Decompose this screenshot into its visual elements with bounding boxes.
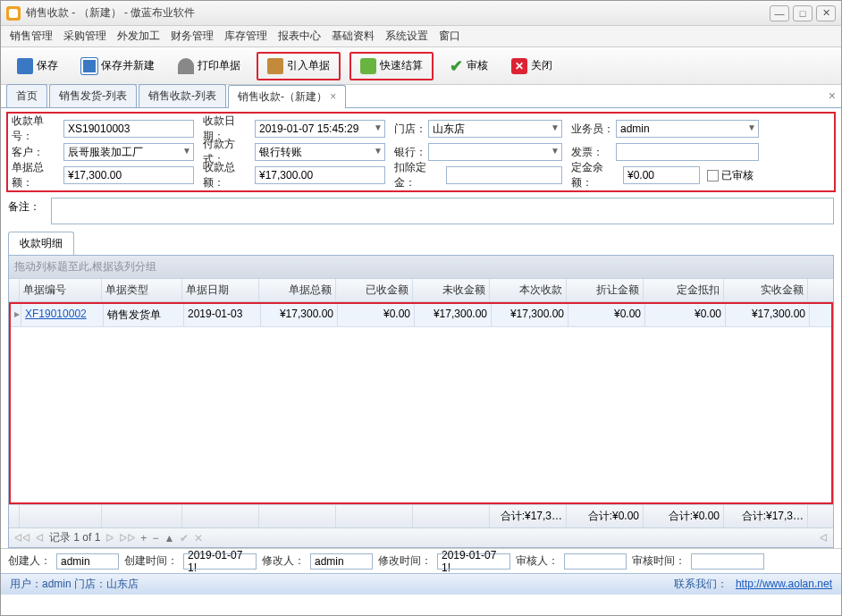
creator-label: 创建人： [8, 553, 51, 569]
grid-body: ▸ XF19010002 销售发货单 2019-01-03 ¥17,300.00… [9, 302, 833, 504]
chevron-down-icon[interactable]: ▼ [182, 146, 191, 156]
tab-receipt-list[interactable]: 销售收款-列表 [139, 84, 226, 107]
chevron-down-icon[interactable]: ▼ [747, 122, 756, 132]
chevron-down-icon[interactable]: ▼ [374, 122, 383, 132]
cell-doc-date: 2019-01-03 [184, 304, 261, 326]
form-panel: 收款单号： 收款日期： ▼ 门店： ▼ 业务员： ▼ 客户： ▼ 付款方式： ▼… [6, 112, 836, 192]
quick-settle-button[interactable]: 快速结算 [353, 55, 430, 78]
receive-total-label: 收款总额： [201, 160, 255, 190]
col-unreceived[interactable]: 未收金额 [413, 279, 490, 301]
customer-select[interactable]: ▼ [63, 143, 194, 161]
menu-basedata[interactable]: 基础资料 [332, 29, 375, 44]
auditor-label: 审核人： [516, 553, 559, 569]
maximize-button[interactable]: □ [793, 5, 813, 21]
sum-actual: 合计:¥17,3… [724, 505, 808, 527]
cell-actual: ¥17,300.00 [726, 304, 810, 326]
cell-this-time: ¥17,300.00 [492, 304, 568, 326]
detail-tab[interactable]: 收款明细 [8, 232, 74, 255]
audit-label: 审核 [467, 58, 488, 73]
bill-total-label: 单据总额： [10, 160, 63, 190]
tab-close-icon[interactable]: × [330, 90, 336, 103]
nav-prev-icon[interactable]: ᐊ [36, 532, 44, 544]
audit-time-value [691, 553, 764, 570]
col-doc-no[interactable]: 单据编号 [20, 279, 102, 301]
col-deposit[interactable]: 定金抵扣 [644, 279, 724, 301]
tabs-close-all-icon[interactable]: × [829, 89, 836, 103]
col-total[interactable]: 单据总额 [259, 279, 336, 301]
menu-window[interactable]: 窗口 [439, 29, 460, 44]
nav-first-icon[interactable]: ᐊᐊ [14, 532, 30, 544]
col-discount[interactable]: 折让金额 [567, 279, 644, 301]
tab-delivery-list[interactable]: 销售发货-列表 [49, 84, 137, 107]
deposit-balance-input[interactable] [623, 166, 700, 184]
auditor-value [564, 553, 627, 570]
quick-icon [360, 58, 376, 74]
modifier-label: 修改人： [262, 553, 305, 569]
receive-total-input[interactable] [255, 166, 385, 184]
deduct-deposit-input[interactable] [446, 166, 562, 184]
invoice-input[interactable] [616, 143, 759, 161]
menu-reports[interactable]: 报表中心 [278, 29, 321, 44]
nav-left-icon[interactable]: ᐊ [820, 532, 828, 544]
close-window-button[interactable]: ✕ [816, 5, 836, 21]
chevron-down-icon[interactable]: ▼ [374, 146, 383, 156]
chevron-down-icon[interactable]: ▼ [551, 122, 560, 132]
paymethod-select[interactable]: ▼ [255, 143, 385, 161]
menu-finance[interactable]: 财务管理 [171, 29, 214, 44]
audited-checkbox[interactable] [707, 170, 719, 181]
bank-label: 银行： [392, 145, 428, 160]
nav-cancel-icon[interactable]: ✕ [194, 532, 203, 544]
nav-confirm-icon[interactable]: ✔ [180, 532, 189, 544]
col-doc-type[interactable]: 单据类型 [102, 279, 182, 301]
import-icon [267, 58, 283, 74]
menu-settings[interactable]: 系统设置 [385, 29, 428, 44]
remark-textarea[interactable] [51, 198, 834, 224]
status-link[interactable]: http://www.aolan.net [736, 578, 832, 590]
close-button[interactable]: ✕关闭 [504, 55, 560, 78]
nav-remove-icon[interactable]: − [152, 532, 158, 544]
receipt-date-input[interactable]: ▼ [255, 120, 385, 138]
cell-unreceived: ¥17,300.00 [415, 304, 492, 326]
store-select[interactable]: ▼ [428, 120, 562, 138]
savenew-label: 保存并新建 [101, 58, 155, 73]
menu-purchase[interactable]: 采购管理 [63, 29, 106, 44]
nav-next-icon[interactable]: ᐅ [105, 532, 114, 544]
salesman-select[interactable]: ▼ [616, 120, 759, 138]
save-new-button[interactable]: 保存并新建 [74, 55, 162, 78]
window-title: 销售收款 - （新建） - 傲蓝布业软件 [26, 5, 195, 21]
create-time-label: 创建时间： [124, 553, 178, 569]
cell-doc-no[interactable]: XF19010002 [21, 304, 104, 326]
menu-outsource[interactable]: 外发加工 [117, 29, 160, 44]
tab-receipt-new[interactable]: 销售收款-（新建） × [228, 85, 346, 108]
print-icon [178, 58, 194, 74]
nav-edit-icon[interactable]: ▲ [164, 532, 174, 544]
col-actual[interactable]: 实收金额 [724, 279, 808, 301]
receipt-no-input[interactable] [63, 120, 194, 138]
tab-receipt-new-label: 销售收款-（新建） [238, 90, 327, 103]
menu-sales[interactable]: 销售管理 [10, 29, 53, 44]
salesman-label: 业务员： [569, 122, 616, 137]
col-this-time[interactable]: 本次收款 [490, 279, 567, 301]
print-button[interactable]: 打印单据 [171, 55, 248, 78]
nav-record-text: 记录 1 of 1 [49, 530, 100, 545]
bank-select[interactable]: ▼ [428, 143, 562, 161]
cell-doc-type: 销售发货单 [104, 304, 184, 326]
bill-total-input[interactable] [63, 166, 194, 184]
col-received[interactable]: 已收金额 [336, 279, 413, 301]
table-row[interactable]: ▸ XF19010002 销售发货单 2019-01-03 ¥17,300.00… [11, 304, 831, 327]
import-button[interactable]: 引入单据 [260, 55, 337, 78]
tabstrip: 首页 销售发货-列表 销售收款-列表 销售收款-（新建） × × [1, 85, 841, 108]
grid-summary: 合计:¥17,3… 合计:¥0.00 合计:¥0.00 合计:¥17,3… [9, 504, 833, 527]
chevron-down-icon[interactable]: ▼ [551, 146, 560, 156]
cell-deposit: ¥0.00 [645, 304, 726, 326]
col-doc-date[interactable]: 单据日期 [182, 279, 259, 301]
audit-button[interactable]: ✔审核 [442, 53, 495, 80]
modify-time-label: 修改时间： [378, 553, 432, 569]
nav-add-icon[interactable]: + [140, 532, 147, 544]
remark-label: 备注： [8, 198, 51, 224]
nav-last-icon[interactable]: ᐅᐅ [119, 532, 135, 544]
tab-home[interactable]: 首页 [6, 84, 47, 107]
save-button[interactable]: 保存 [10, 55, 65, 78]
menu-inventory[interactable]: 库存管理 [224, 29, 267, 44]
minimize-button[interactable]: — [770, 5, 789, 21]
